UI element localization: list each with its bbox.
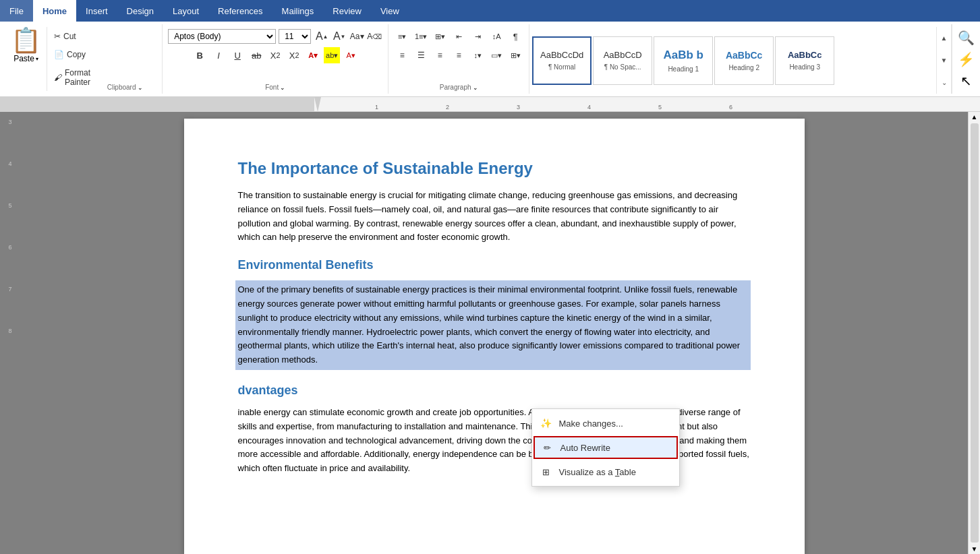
paragraph-group-label: Paragraph ⌄: [394, 81, 523, 91]
font-size-buttons: A▲ A▼ Aa▾ A⌫: [314, 28, 382, 44]
font-family-select[interactable]: Aptos (Body): [168, 29, 276, 44]
document-heading-2: Environmental Benefits: [238, 258, 751, 272]
tab-insert[interactable]: Insert: [76, 0, 117, 22]
visualize-table-label: Visualize as a Table: [559, 467, 636, 477]
left-margin: 3 4 5 6 7 8: [0, 112, 20, 554]
clipboard-group: 📋 Paste ▾ ✂ Cut 📄 Copy 🖌 Format Painter …: [0, 24, 163, 94]
superscript-button[interactable]: X2: [286, 47, 302, 63]
tab-review[interactable]: Review: [323, 0, 371, 22]
context-visualize-table[interactable]: ⊞ Visualize as a Table: [532, 460, 679, 483]
align-right-button[interactable]: ≡: [432, 47, 448, 63]
visualize-table-icon: ⊞: [540, 466, 552, 478]
font-shade-button[interactable]: A▾: [343, 47, 359, 63]
clipboard-group-label: Clipboard ⌄: [93, 81, 156, 91]
scroll-down-button[interactable]: ▼: [970, 544, 979, 554]
paragraph-expand-icon[interactable]: ⌄: [473, 84, 478, 91]
auto-rewrite-label: Auto Rewrite: [560, 443, 610, 453]
font-size-select[interactable]: 11: [279, 29, 311, 44]
increase-indent-button[interactable]: ⇥: [469, 28, 486, 44]
style-normal[interactable]: AaBbCcDd ¶ Normal: [532, 36, 592, 85]
styles-scroll-up[interactable]: ▲: [941, 34, 948, 42]
document-paragraph-1[interactable]: The transition to sustainable energy is …: [238, 189, 751, 245]
multilevel-button[interactable]: ⊞▾: [432, 28, 448, 44]
ribbon: 📋 Paste ▾ ✂ Cut 📄 Copy 🖌 Format Painter …: [0, 22, 980, 97]
ruler-mark-2: 2: [446, 104, 449, 111]
increase-font-size-button[interactable]: A▲: [314, 28, 330, 44]
decrease-font-size-button[interactable]: A▼: [331, 28, 347, 44]
style-heading1[interactable]: AaBb b Heading 1: [654, 36, 713, 85]
document-paragraph-2[interactable]: One of the primary benefits of sustainab…: [235, 280, 751, 370]
paste-icon: 📋: [11, 28, 41, 53]
show-formatting-button[interactable]: ¶: [507, 28, 523, 44]
style-heading2[interactable]: AaBbCc Heading 2: [714, 36, 774, 85]
scroll-thumb[interactable]: [971, 123, 979, 543]
font-expand-icon[interactable]: ⌄: [280, 84, 285, 91]
bold-button[interactable]: B: [192, 47, 208, 63]
format-painter-button[interactable]: 🖌 Format Painter: [51, 67, 93, 88]
tab-file[interactable]: File: [0, 0, 33, 22]
decrease-indent-button[interactable]: ⇤: [451, 28, 467, 44]
clipboard-expand-icon[interactable]: ⌄: [138, 84, 143, 91]
font-format-row: B I U ab X2 X2 A▾ ab▾ A▾: [192, 47, 359, 63]
context-make-changes[interactable]: ✨ Make changes...: [532, 412, 679, 435]
sort-button[interactable]: ↕A: [488, 28, 505, 44]
ruler-left: [0, 97, 314, 111]
main-area: 3 4 5 6 7 8 The Importance of Sustainabl…: [0, 112, 980, 554]
para-row1: ≡▾ 1≡▾ ⊞▾ ⇤ ⇥ ↕A ¶: [394, 28, 523, 44]
cut-button[interactable]: ✂ Cut: [51, 31, 93, 42]
subscript-button[interactable]: X2: [267, 47, 283, 63]
change-case-button[interactable]: Aa▾: [349, 28, 365, 44]
tab-view[interactable]: View: [371, 0, 409, 22]
document-page: The Importance of Sustainable Energy The…: [184, 119, 805, 554]
para-row2: ≡ ☰ ≡ ≡ ↕▾ ▭▾ ⊞▾: [394, 47, 523, 63]
make-changes-icon: ✨: [540, 417, 552, 429]
copilot-ribbon-icon[interactable]: ⚡: [958, 51, 975, 67]
ruler-right: 1 2 3 4 5 6: [314, 97, 980, 111]
clear-formatting-button[interactable]: A⌫: [366, 28, 382, 44]
style-nospace-label: ¶ No Spac...: [604, 63, 641, 71]
copy-button[interactable]: 📄 Copy: [51, 49, 93, 60]
copy-icon: 📄: [54, 50, 64, 59]
shading-button[interactable]: ▭▾: [488, 47, 505, 63]
margin-num-3: 3: [8, 119, 11, 125]
highlight-button[interactable]: ab▾: [324, 47, 340, 63]
styles-group: AaBbCcDd ¶ Normal AaBbCcD ¶ No Spac... A…: [529, 24, 952, 94]
style-heading3[interactable]: AaBbCc Heading 3: [775, 36, 834, 85]
style-no-spacing[interactable]: AaBbCcD ¶ No Spac...: [593, 36, 652, 85]
scrollbar[interactable]: ▲ ▼: [968, 112, 980, 554]
tab-home[interactable]: Home: [33, 0, 76, 22]
style-normal-preview: AaBbCcDd: [540, 50, 583, 61]
ruler-mark-3: 3: [517, 104, 520, 111]
styles-scroll-down[interactable]: ▼: [941, 57, 948, 64]
bullets-button[interactable]: ≡▾: [394, 28, 410, 44]
justify-button[interactable]: ≡: [451, 47, 467, 63]
ruler-mark-1: 1: [375, 104, 378, 111]
align-left-button[interactable]: ≡: [394, 47, 410, 63]
left-indent-marker[interactable]: [314, 97, 321, 112]
scroll-up-button[interactable]: ▲: [970, 112, 979, 122]
align-center-button[interactable]: ☰: [413, 47, 429, 63]
ruler: 1 2 3 4 5 6: [0, 97, 980, 112]
select-icon[interactable]: ↖: [960, 73, 972, 89]
tab-design[interactable]: Design: [117, 0, 163, 22]
tab-mailings[interactable]: Mailings: [272, 0, 324, 22]
style-h3-label: Heading 3: [789, 63, 820, 71]
numbering-button[interactable]: 1≡▾: [413, 28, 429, 44]
paste-button[interactable]: 📋 Paste ▾: [5, 27, 47, 91]
context-auto-rewrite[interactable]: ✏ Auto Rewrite: [534, 436, 678, 459]
italic-button[interactable]: I: [210, 47, 227, 63]
styles-scroll[interactable]: ▲ ▼ ⌄: [936, 27, 951, 94]
line-spacing-button[interactable]: ↕▾: [469, 47, 486, 63]
search-icon[interactable]: 🔍: [958, 30, 975, 46]
ruler-mark-4: 4: [587, 104, 591, 111]
font-group-label: Font ⌄: [168, 81, 382, 91]
strikethrough-button[interactable]: ab: [248, 47, 264, 63]
tab-layout[interactable]: Layout: [163, 0, 208, 22]
borders-button[interactable]: ⊞▾: [507, 47, 523, 63]
format-painter-icon: 🖌: [54, 73, 62, 82]
tab-references[interactable]: References: [208, 0, 272, 22]
document-heading-3: dvantages: [238, 383, 751, 398]
styles-expand[interactable]: ⌄: [942, 79, 947, 86]
underline-button[interactable]: U: [229, 47, 246, 63]
font-color-button[interactable]: A▾: [305, 47, 321, 63]
